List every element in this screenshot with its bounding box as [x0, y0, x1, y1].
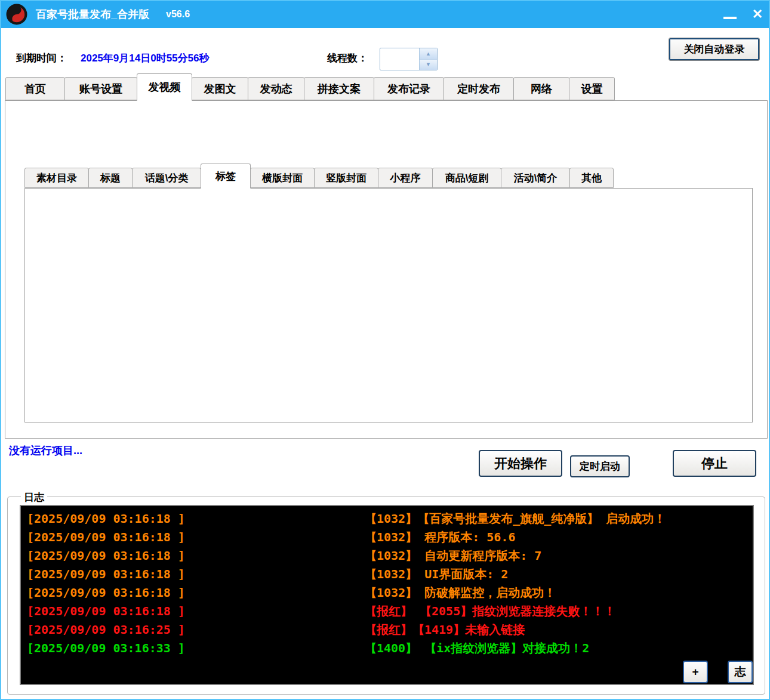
- log-entry: [2025/09/09 03:16:33 ] 【1400】 【ix指纹浏览器】对…: [27, 639, 753, 658]
- start-operation-label: 开始操作: [494, 455, 547, 473]
- tab-publish-imagetext[interactable]: 发图文: [192, 77, 248, 100]
- expiry-label: 到期时间：: [16, 51, 67, 65]
- subtab-other[interactable]: 其他: [569, 168, 614, 188]
- minimize-button[interactable]: [716, 2, 744, 26]
- threads-value[interactable]: [380, 48, 419, 70]
- tab-account-settings[interactable]: 账号设置: [64, 77, 137, 100]
- log-timestamp: [2025/09/09 03:16:33 ]: [27, 639, 224, 658]
- log-entry: [2025/09/09 03:16:18 ] 【1032】 防破解监控，启动成功…: [27, 584, 753, 602]
- chevron-down-icon[interactable]: ▼: [420, 59, 437, 70]
- log-entry: [2025/09/09 03:16:18 ] 【1032】 程序版本: 56.6: [27, 528, 753, 547]
- threads-label: 线程数：: [327, 51, 368, 65]
- log-message: 【1400】 【ix指纹浏览器】对接成功！2: [365, 639, 589, 658]
- tab-scheduled-publish[interactable]: 定时发布: [443, 77, 514, 100]
- subtab-miniprogram[interactable]: 小程序: [378, 168, 433, 188]
- log-entry: [2025/09/09 03:16:18 ] 【1032】 自动更新程序版本: …: [27, 547, 753, 565]
- tab-publish-records[interactable]: 发布记录: [374, 77, 444, 100]
- timer-start-button[interactable]: 定时启动: [570, 455, 630, 477]
- stop-label: 停止: [701, 455, 728, 473]
- log-timestamp: [2025/09/09 03:16:18 ]: [27, 528, 224, 547]
- log-entry: [2025/09/09 03:16:18 ] 【报红】 【2055】指纹浏览器连…: [27, 602, 753, 621]
- log-message: 【1032】 程序版本: 56.6: [365, 528, 515, 547]
- tags-tab-panel: [24, 188, 753, 423]
- running-status: 没有运行项目...: [9, 443, 82, 458]
- start-operation-button[interactable]: 开始操作: [479, 450, 562, 477]
- log-timestamp: [2025/09/09 03:16:18 ]: [27, 547, 224, 565]
- log-message: 【1032】【百家号批量发布_旗舰_纯净版】 启动成功！: [365, 510, 666, 528]
- log-message: 【1032】 防破解监控，启动成功！: [365, 584, 556, 602]
- close-button[interactable]: ✕: [744, 2, 770, 26]
- log-timestamp: [2025/09/09 03:16:18 ]: [27, 510, 224, 528]
- subtab-horizontal-cover[interactable]: 横版封面: [250, 168, 315, 188]
- log-entry: [2025/09/09 03:16:18 ] 【1032】【百家号批量发布_旗舰…: [27, 510, 753, 528]
- close-autologin-button[interactable]: 关闭自动登录: [669, 38, 760, 61]
- main-tab-bar: 首页 账号设置 发视频 发图文 发动态 拼接文案 发布记录 定时发布 网络 设置: [5, 73, 615, 100]
- app-logo-icon: [6, 4, 27, 25]
- stop-button[interactable]: 停止: [673, 450, 756, 477]
- timer-start-label: 定时启动: [580, 460, 620, 473]
- subtab-goods-drama[interactable]: 商品\短剧: [432, 168, 501, 188]
- log-timestamp: [2025/09/09 03:16:25 ]: [27, 621, 224, 639]
- log-timestamp: [2025/09/09 03:16:18 ]: [27, 584, 224, 602]
- log-timestamp: [2025/09/09 03:16:18 ]: [27, 565, 224, 584]
- log-message: 【报红】 【2055】指纹浏览器连接失败！！！: [365, 602, 615, 621]
- log-output[interactable]: [2025/09/09 03:16:18 ] 【1032】【百家号批量发布_旗舰…: [20, 505, 754, 685]
- log-group-title: 日志: [21, 491, 47, 504]
- tab-publish-video[interactable]: 发视频: [137, 73, 192, 101]
- tab-network[interactable]: 网络: [513, 77, 569, 100]
- close-autologin-label: 关闭自动登录: [684, 42, 745, 56]
- chevron-up-icon[interactable]: ▲: [420, 48, 437, 59]
- log-entry: [2025/09/09 03:16:25 ] 【报红】【1419】未输入链接: [27, 621, 753, 639]
- log-entry: [2025/09/09 03:16:18 ] 【1032】 UI界面版本: 2: [27, 565, 753, 584]
- tab-home[interactable]: 首页: [5, 77, 65, 100]
- subtab-tags[interactable]: 标签: [201, 164, 251, 189]
- log-plus-label: +: [692, 665, 698, 679]
- minimize-icon: [723, 17, 737, 19]
- window-version: v56.6: [166, 9, 190, 20]
- log-zhi-button[interactable]: 志: [728, 661, 753, 683]
- titlebar: 百家号批量发布_合并版 v56.6 ✕: [0, 0, 770, 28]
- tab-publish-dynamic[interactable]: 发动态: [248, 77, 304, 100]
- expiry-value: 2025年9月14日0时55分56秒: [81, 51, 209, 65]
- log-message: 【1032】 自动更新程序版本: 7: [365, 547, 541, 565]
- subtab-vertical-cover[interactable]: 竖版封面: [314, 168, 378, 188]
- log-message: 【1032】 UI界面版本: 2: [365, 565, 508, 584]
- app-window: 百家号批量发布_合并版 v56.6 ✕ 到期时间： 2025年9月14日0时55…: [0, 0, 770, 700]
- subtab-title[interactable]: 标题: [88, 168, 133, 188]
- tab-splice-copy[interactable]: 拼接文案: [304, 77, 374, 100]
- log-timestamp: [2025/09/09 03:16:18 ]: [27, 602, 224, 621]
- threads-spinner[interactable]: ▲ ▼: [380, 48, 438, 70]
- subtab-activity-intro[interactable]: 活动\简介: [501, 168, 570, 188]
- material-tab-bar: 素材目录 标题 话题\分类 标签 横版封面 竖版封面 小程序 商品\短剧 活动\…: [24, 163, 614, 188]
- close-icon: ✕: [752, 8, 763, 21]
- subtab-material-dir[interactable]: 素材目录: [24, 168, 89, 188]
- log-group: 日志 [2025/09/09 03:16:18 ] 【1032】【百家号批量发布…: [7, 497, 765, 695]
- tab-settings[interactable]: 设置: [569, 77, 615, 100]
- log-message: 【报红】【1419】未输入链接: [365, 621, 525, 639]
- log-plus-button[interactable]: +: [683, 661, 708, 683]
- subtab-topic-category[interactable]: 话题\分类: [132, 168, 201, 188]
- log-zhi-label: 志: [735, 664, 746, 680]
- window-title: 百家号批量发布_合并版: [36, 7, 149, 21]
